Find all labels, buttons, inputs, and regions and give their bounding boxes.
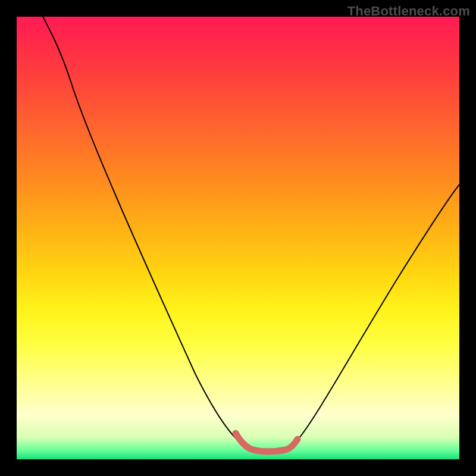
curve-layer (17, 17, 459, 459)
watermark-text: TheBottleneck.com (347, 4, 470, 19)
bottleneck-curve-black (43, 17, 459, 451)
chart-frame: TheBottleneck.com (0, 0, 476, 476)
plot-area (17, 17, 459, 459)
bottleneck-valley-highlight (236, 433, 298, 452)
